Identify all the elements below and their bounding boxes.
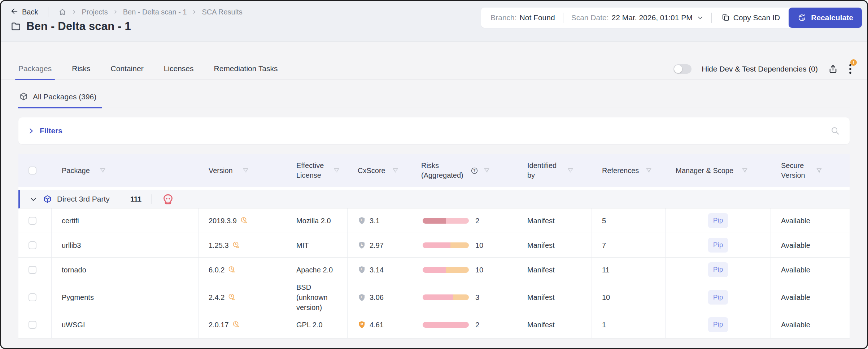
filters-expander[interactable]: Filters <box>28 126 62 135</box>
filter-funnel-icon[interactable] <box>333 167 340 174</box>
search-icon[interactable] <box>830 126 840 136</box>
manager-chip[interactable]: Pip <box>708 238 728 253</box>
packages-table: Package Version Effective License CxScor… <box>18 154 850 339</box>
table-row[interactable]: uWSGI 2.0.17 ! GPL 2.0 M 4.61 2 Manifest… <box>18 311 850 339</box>
table-row[interactable]: tornado 6.0.2 ! Apache 2.0 L 3.14 10 Man… <box>18 258 850 282</box>
svg-text:!: ! <box>233 270 234 272</box>
chevron-down-icon[interactable] <box>30 195 37 203</box>
top-header: Back Projects Ben - Delta scan - 1 SCA R… <box>1 1 867 42</box>
divider <box>563 13 563 23</box>
chevron-right-icon <box>71 9 77 14</box>
group-row-direct-3rd-party[interactable]: Direct 3rd Party 111 <box>18 190 850 208</box>
filter-funnel-icon[interactable] <box>99 167 106 174</box>
back-label: Back <box>22 8 38 16</box>
chevron-right-icon <box>28 128 35 134</box>
chevron-right-icon <box>192 9 197 14</box>
manager-chip[interactable]: Pip <box>708 213 728 228</box>
filter-funnel-icon[interactable] <box>645 167 652 174</box>
scan-date-selector[interactable]: Scan Date: 22 Mar. 2026, 01:01 PM <box>571 13 703 22</box>
breadcrumb-sca-results: SCA Results <box>202 8 242 16</box>
hide-dev-test-toggle[interactable] <box>673 64 692 74</box>
risks-count: 10 <box>475 240 483 250</box>
filters-card: Filters <box>18 117 850 144</box>
filter-funnel-icon[interactable] <box>567 167 574 174</box>
home-icon[interactable] <box>58 8 66 16</box>
package-version: 6.0.2 <box>209 265 224 275</box>
row-checkbox[interactable] <box>29 321 36 329</box>
manager-chip[interactable]: Pip <box>708 262 728 277</box>
export-icon <box>828 64 838 74</box>
row-checkbox[interactable] <box>29 217 36 225</box>
more-options-menu[interactable]: ! <box>848 64 852 74</box>
export-button[interactable] <box>828 64 838 74</box>
effective-license: GPL 2.0 <box>286 311 348 338</box>
package-version: 1.25.3 <box>209 240 229 250</box>
risk-bar <box>423 218 469 224</box>
outdated-version-icon: ! <box>232 320 241 329</box>
package-name: uWSGI <box>52 311 199 338</box>
table-row[interactable]: urllib3 1.25.3 ! MIT L 2.97 10 Manifest … <box>18 233 850 258</box>
divider <box>120 194 120 204</box>
tab-packages[interactable]: Packages <box>18 64 52 79</box>
hide-dev-test-label: Hide Dev & Test Dependencies (0) <box>702 65 818 73</box>
recalculate-button[interactable]: + x Recalculate <box>789 8 862 28</box>
manager-chip[interactable]: Pip <box>708 290 728 305</box>
table-row[interactable]: Pygments 2.4.2 ! BSD (unknown version) L… <box>18 282 850 311</box>
help-icon[interactable]: ? <box>471 167 478 174</box>
branch-label: Branch: <box>490 13 516 22</box>
filter-funnel-icon[interactable] <box>242 167 249 174</box>
recalculate-label: Recalculate <box>811 13 853 22</box>
group-count: 111 <box>130 195 141 203</box>
copy-scan-id-button[interactable]: Copy Scan ID <box>713 13 789 22</box>
tab-licenses[interactable]: Licenses <box>164 64 194 79</box>
scan-date-value: 22 Mar. 2026, 01:01 PM <box>612 13 693 22</box>
subtab-all-packages[interactable]: All Packages (396) <box>18 92 99 108</box>
table-header-row: Package Version Effective License CxScor… <box>18 154 850 187</box>
chevron-right-icon <box>113 9 118 14</box>
divider <box>152 194 152 204</box>
references-count: 1 <box>592 311 666 338</box>
tab-risks[interactable]: Risks <box>72 64 90 79</box>
cxscore-value: 2.97 <box>370 240 384 250</box>
branch-info: Branch: Not Found <box>490 13 555 22</box>
breadcrumb-projects[interactable]: Projects <box>82 8 108 16</box>
tab-remediation-tasks[interactable]: Remediation Tasks <box>214 64 278 79</box>
col-license: Effective License <box>296 161 327 180</box>
package-name: certifi <box>52 208 199 233</box>
col-cxscore: CxScore <box>358 166 385 176</box>
cxscore-value: 3.14 <box>370 265 384 275</box>
references-count: 10 <box>592 282 666 313</box>
package-name: urllib3 <box>52 233 199 257</box>
identified-by: Manifest <box>517 282 592 313</box>
severity-shield-icon: L <box>358 241 366 249</box>
outdated-version-icon: ! <box>228 266 236 274</box>
references-count: 5 <box>592 208 666 233</box>
row-checkbox[interactable] <box>29 293 36 301</box>
row-checkbox[interactable] <box>29 266 36 274</box>
filter-funnel-icon[interactable] <box>392 167 399 174</box>
divider <box>711 13 712 23</box>
manager-chip[interactable]: Pip <box>708 317 728 332</box>
tab-container[interactable]: Container <box>111 64 144 79</box>
back-button[interactable]: Back <box>10 7 38 17</box>
cxscore-value: 3.06 <box>370 292 384 302</box>
breadcrumb-project-name[interactable]: Ben - Delta scan - 1 <box>123 8 187 16</box>
select-all-checkbox[interactable] <box>29 167 36 174</box>
filter-funnel-icon[interactable] <box>741 167 748 174</box>
page-title: Ben - Delta scan - 1 <box>26 20 131 33</box>
col-references: References <box>602 166 639 176</box>
filter-funnel-icon[interactable] <box>483 167 490 174</box>
table-row[interactable]: certifi 2019.3.9 ! Mozilla 2.0 L 3.1 2 M… <box>18 208 850 233</box>
risks-count: 3 <box>475 292 479 302</box>
risk-bar <box>423 322 469 328</box>
package-version: 2.0.17 <box>209 320 229 330</box>
svg-text:!: ! <box>237 325 238 327</box>
svg-text:!: ! <box>237 246 238 248</box>
severity-shield-icon: L <box>358 266 366 274</box>
secure-version: Available <box>771 311 840 338</box>
package-cube-icon <box>19 92 28 101</box>
row-checkbox[interactable] <box>29 241 36 249</box>
copy-scan-id-label: Copy Scan ID <box>733 13 780 22</box>
filter-funnel-icon[interactable] <box>816 167 823 174</box>
chevron-down-icon <box>697 14 703 21</box>
